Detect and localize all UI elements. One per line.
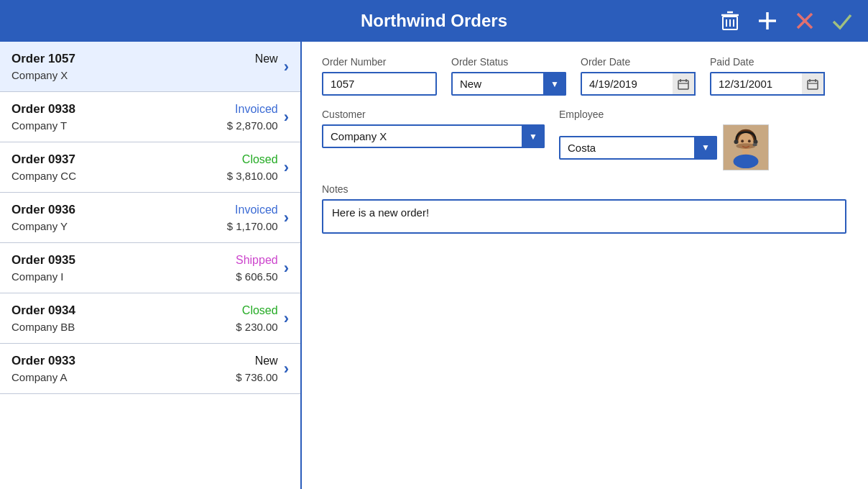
list-item[interactable]: Order 0933 New Company A $ 736.00 › — [0, 344, 300, 394]
order-chevron-icon: › — [284, 158, 289, 177]
order-amount-text: $ 2,870.00 — [227, 119, 278, 132]
paid-date-wrapper — [710, 72, 825, 96]
order-chevron-icon: › — [284, 309, 289, 328]
order-number-text: Order 0937 — [11, 152, 75, 167]
employee-group: Employee Costa Smith Johnson — [559, 109, 769, 170]
order-amount-text: $ 3,810.00 — [227, 170, 278, 182]
order-item-info: Order 0933 New Company A $ 736.00 — [11, 354, 278, 383]
order-item-bottom: Company T $ 2,870.00 — [11, 119, 278, 132]
order-status-text: Closed — [242, 153, 278, 166]
main-body: Order 1057 New Company X › Order 0938 In… — [0, 42, 868, 489]
svg-rect-28 — [753, 143, 757, 146]
order-status-text: New — [255, 355, 278, 367]
app-container: Northwind Orders — [0, 0, 868, 489]
order-number-text: Order 0934 — [11, 303, 75, 318]
svg-point-25 — [748, 140, 751, 142]
detail-panel: Order Number Order Status New Invoiced C… — [302, 42, 868, 489]
list-item[interactable]: Order 0934 Closed Company BB $ 230.00 › — [0, 293, 300, 344]
paid-date-calendar-icon[interactable] — [802, 72, 825, 96]
paid-date-label: Paid Date — [710, 56, 825, 68]
employee-select-wrapper: Costa Smith Johnson — [559, 136, 717, 160]
customer-row: Company X Company T Company CC Company Y… — [322, 124, 545, 148]
order-item-bottom: Company Y $ 1,170.00 — [11, 220, 278, 232]
order-item-info: Order 0938 Invoiced Company T $ 2,870.00 — [11, 102, 278, 132]
order-item-top: Order 0934 Closed — [11, 303, 278, 318]
order-item-info: Order 0934 Closed Company BB $ 230.00 — [11, 303, 278, 333]
list-item[interactable]: Order 0937 Closed Company CC $ 3,810.00 … — [0, 142, 300, 193]
customer-select[interactable]: Company X Company T Company CC Company Y… — [322, 124, 545, 148]
order-item-top: Order 0937 Closed — [11, 152, 278, 167]
order-status-text: Invoiced — [235, 103, 278, 116]
notes-textarea[interactable]: Here is a new order! — [322, 199, 846, 234]
order-list-scroll[interactable]: Order 1057 New Company X › Order 0938 In… — [0, 42, 300, 489]
order-number-input[interactable] — [322, 72, 437, 96]
header: Northwind Orders — [0, 0, 868, 42]
order-item-bottom: Company A $ 736.00 — [11, 371, 278, 383]
cancel-button[interactable] — [790, 6, 819, 35]
order-item-top: Order 0938 Invoiced — [11, 102, 278, 116]
detail-row-2: Customer Company X Company T Company CC … — [322, 109, 848, 170]
order-amount-text: $ 736.00 — [236, 371, 277, 383]
list-item[interactable]: Order 0936 Invoiced Company Y $ 1,170.00… — [0, 193, 300, 243]
order-company-text: Company T — [11, 119, 67, 132]
order-status-text: New — [255, 52, 278, 65]
order-item-bottom: Company CC $ 3,810.00 — [11, 170, 278, 182]
detail-row-1: Order Number Order Status New Invoiced C… — [322, 56, 848, 96]
employee-photo — [723, 124, 769, 170]
order-chevron-icon: › — [284, 360, 289, 378]
order-amount-text: $ 230.00 — [236, 321, 277, 333]
order-list-panel: Order 1057 New Company X › Order 0938 In… — [0, 42, 302, 489]
order-status-group: Order Status New Invoiced Closed Shipped — [451, 56, 566, 96]
svg-point-24 — [741, 140, 744, 142]
order-amount-text: $ 1,170.00 — [227, 220, 278, 232]
order-date-calendar-icon[interactable] — [673, 72, 696, 96]
svg-rect-14 — [808, 81, 818, 89]
svg-point-23 — [736, 143, 755, 149]
svg-point-26 — [734, 140, 739, 144]
order-item-info: Order 0936 Invoiced Company Y $ 1,170.00 — [11, 203, 278, 232]
order-item-bottom: Company I $ 606.50 — [11, 270, 278, 283]
header-actions — [716, 6, 857, 35]
delete-button[interactable] — [716, 6, 744, 35]
order-number-text: Order 0936 — [11, 203, 75, 217]
notes-group: Notes Here is a new order! — [322, 183, 848, 234]
customer-group: Customer Company X Company T Company CC … — [322, 109, 545, 148]
order-date-label: Order Date — [581, 56, 696, 68]
order-company-text: Company BB — [11, 321, 75, 333]
employee-label: Employee — [559, 109, 769, 120]
order-chevron-icon: › — [284, 108, 289, 127]
order-company-text: Company X — [11, 69, 68, 81]
order-number-group: Order Number — [322, 56, 437, 96]
order-date-wrapper — [581, 72, 696, 96]
detail-row-notes: Notes Here is a new order! — [322, 183, 848, 234]
order-status-text: Closed — [242, 304, 278, 317]
employee-select[interactable]: Costa Smith Johnson — [559, 136, 717, 160]
svg-point-22 — [734, 155, 759, 168]
order-status-text: Invoiced — [235, 204, 278, 216]
list-item[interactable]: Order 0935 Shipped Company I $ 606.50 › — [0, 243, 300, 293]
order-item-bottom: Company X — [11, 69, 278, 81]
add-button[interactable] — [753, 6, 782, 35]
list-item[interactable]: Order 1057 New Company X › — [0, 42, 300, 92]
order-chevron-icon: › — [284, 209, 289, 227]
order-item-top: Order 0935 Shipped — [11, 253, 278, 268]
svg-rect-10 — [678, 81, 688, 89]
order-item-info: Order 1057 New Company X — [11, 52, 278, 81]
order-status-text: Shipped — [236, 254, 278, 267]
confirm-button[interactable] — [828, 6, 857, 35]
order-number-text: Order 0935 — [11, 253, 75, 268]
paid-date-group: Paid Date — [710, 56, 825, 96]
order-number-text: Order 0938 — [11, 102, 75, 116]
order-status-label: Order Status — [451, 56, 566, 68]
order-company-text: Company CC — [11, 170, 76, 182]
customer-label: Customer — [322, 109, 545, 120]
order-number-text: Order 1057 — [11, 52, 75, 66]
order-amount-text: $ 606.50 — [236, 270, 277, 283]
order-item-bottom: Company BB $ 230.00 — [11, 321, 278, 333]
order-chevron-icon: › — [284, 58, 289, 76]
order-item-info: Order 0935 Shipped Company I $ 606.50 — [11, 253, 278, 283]
order-status-select[interactable]: New Invoiced Closed Shipped — [451, 72, 566, 96]
list-item[interactable]: Order 0938 Invoiced Company T $ 2,870.00… — [0, 92, 300, 142]
svg-rect-21 — [742, 150, 749, 155]
app-title: Northwind Orders — [361, 11, 507, 31]
